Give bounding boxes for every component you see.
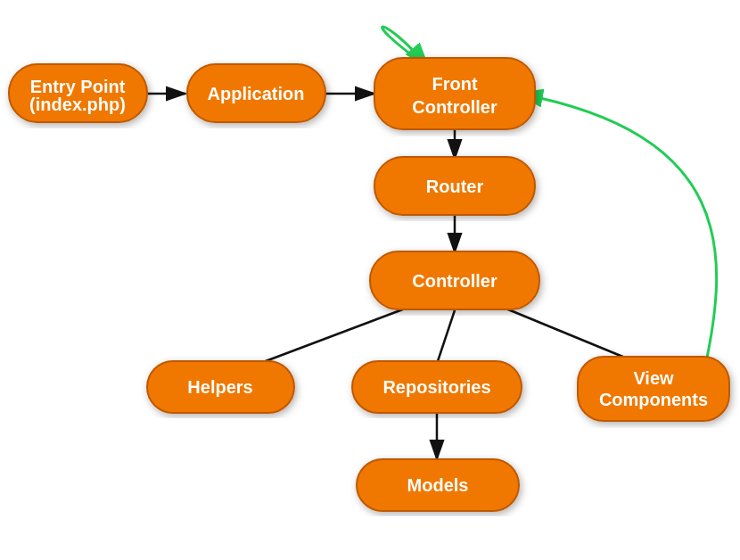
repositories-label: Repositories [382, 377, 490, 397]
entry-point-node: Entry Point (index.php) [9, 64, 147, 122]
front-controller-node: Front Controller [374, 58, 535, 129]
view-components-node: View Components [578, 357, 729, 421]
entry-point-sublabel: (index.php) [29, 95, 126, 114]
repositories-node: Repositories [352, 361, 522, 413]
entry-point-label: Entry Point [30, 77, 126, 96]
diagram-svg: Entry Point (index.php) Application Fron… [0, 0, 740, 560]
application-node: Application [187, 64, 325, 122]
line-controller-to-repositories [437, 310, 455, 364]
controller-label: Controller [412, 271, 497, 291]
application-label: Application [208, 84, 305, 103]
front-controller-label2: Controller [412, 97, 497, 117]
front-controller-label1: Front [432, 74, 477, 94]
models-node: Models [357, 459, 519, 511]
line-controller-to-view [504, 308, 640, 364]
view-components-label2: Components [599, 390, 708, 409]
arrow-green-view-to-front [519, 94, 717, 370]
view-components-label1: View [633, 368, 674, 388]
helpers-node: Helpers [147, 361, 294, 413]
helpers-label: Helpers [187, 377, 252, 397]
router-node: Router [374, 157, 535, 215]
svg-rect-9 [578, 357, 729, 421]
line-controller-to-helpers [259, 308, 407, 364]
controller-node: Controller [370, 251, 539, 309]
models-label: Models [407, 475, 469, 495]
router-label: Router [426, 177, 484, 196]
